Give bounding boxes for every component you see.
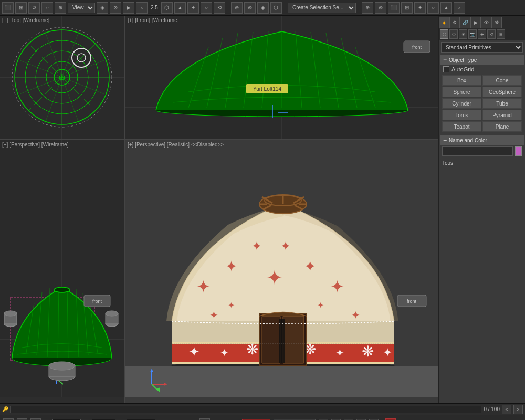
sub-tab-cameras[interactable]: 📷: [468, 29, 477, 39]
toolbar-icon-7[interactable]: ⊗: [110, 2, 121, 14]
key-icon[interactable]: 🔑: [200, 418, 210, 421]
primitives-dropdown[interactable]: Standard Primitives: [441, 42, 523, 52]
obj-btn-sphere[interactable]: Sphere: [442, 87, 481, 97]
name-color-title: Name and Color: [449, 138, 487, 143]
toolbar-icon-22[interactable]: ⊞: [401, 2, 413, 14]
svg-text:✦: ✦: [225, 258, 237, 275]
timeline-track[interactable]: [10, 406, 481, 413]
name-color-row: [440, 145, 524, 158]
svg-text:❋: ❋: [246, 341, 258, 358]
toolbar-icon-14[interactable]: ⟲: [214, 2, 225, 14]
timeline-area: 🔑 0 / 100 < >: [0, 403, 525, 415]
name-input-field[interactable]: [442, 146, 513, 156]
toolbar-icon-1[interactable]: ⬛: [2, 2, 14, 14]
svg-text:✦: ✦: [228, 301, 235, 310]
toolbar-icon-17[interactable]: ◈: [257, 2, 269, 14]
svg-rect-112: [125, 366, 438, 397]
panel-tab-display[interactable]: 👁: [481, 17, 491, 28]
name-color-header[interactable]: − Name and Color: [440, 135, 524, 145]
frame-nav-back[interactable]: <: [502, 405, 511, 414]
object-type-header[interactable]: − Object Type: [440, 55, 524, 65]
object-buttons-grid: Box Cone Sphere GeoSphere Cylinder Tube …: [440, 74, 524, 133]
viewport-top[interactable]: [+] [Top] [Wireframe]: [0, 16, 124, 139]
svg-text:front: front: [412, 45, 422, 50]
obj-btn-tube[interactable]: Tube: [482, 98, 522, 109]
toolbar-icon-13[interactable]: ○: [201, 2, 212, 14]
toolbar-icon-15[interactable]: ⊕: [231, 2, 243, 14]
selection-dropdown[interactable]: Create Selection Se...: [288, 3, 356, 13]
toolbar-icon-20[interactable]: ⊗: [375, 2, 386, 14]
panel-tab-create[interactable]: ✦: [439, 17, 449, 28]
sub-tab-helpers[interactable]: ✚: [478, 29, 486, 39]
toolbar-icon-11[interactable]: ▲: [174, 2, 186, 14]
toolbar-sep-3: [359, 3, 359, 13]
toolbar-icon-16[interactable]: ⊗: [244, 2, 256, 14]
obj-btn-cylinder[interactable]: Cylinder: [442, 98, 481, 109]
autogrid-checkbox[interactable]: [443, 66, 449, 72]
color-swatch[interactable]: [515, 146, 522, 156]
bottom-status-bar: 🔒 ⊕ ⊞ X: Y: Z: Grid = 10,0 🔑 Auto Key Au…: [0, 415, 525, 420]
toolbar-icon-6[interactable]: ◈: [97, 2, 108, 14]
toolbar-icon-9[interactable]: ⬦: [136, 2, 148, 14]
toolbar-icon-26[interactable]: ⬦: [454, 2, 465, 14]
toolbar-icon-24[interactable]: ○: [427, 2, 439, 14]
viewport-front[interactable]: [+] [Front] [Wireframe]: [125, 16, 438, 139]
toolbar-icon-19[interactable]: ⊕: [362, 2, 373, 14]
svg-text:✦: ✦: [209, 309, 218, 321]
sub-tab-lights[interactable]: ☀: [459, 29, 467, 39]
obj-btn-torus[interactable]: Torus: [442, 110, 481, 120]
svg-rect-109: [283, 316, 304, 363]
primitives-container: Standard Primitives: [439, 40, 525, 55]
toolbar-icon-10[interactable]: ⬡: [161, 2, 173, 14]
toolbar-icon-5[interactable]: ⊕: [55, 2, 66, 14]
panel-tab-hierarchy[interactable]: 🔗: [460, 17, 470, 28]
svg-point-73: [106, 311, 118, 316]
toolbar-icon-23[interactable]: ✦: [414, 2, 426, 14]
toolbar-icon-18[interactable]: ⬡: [270, 2, 282, 14]
viewport-perspective-wire[interactable]: [+] [Perspective] [Wireframe]: [0, 140, 124, 403]
main-area: [+] [Top] [Wireframe]: [0, 16, 525, 403]
obj-btn-geosphere[interactable]: GeoSphere: [482, 87, 522, 97]
key-set-icon[interactable]: 🔑: [385, 418, 396, 421]
obj-btn-pyramid[interactable]: Pyramid: [482, 110, 522, 120]
sub-tab-geometry[interactable]: ⬡: [440, 29, 448, 39]
svg-text:✦: ✦: [317, 301, 324, 310]
toolbar-icon-3[interactable]: ↺: [28, 2, 40, 14]
svg-point-67: [49, 362, 75, 370]
panel-tab-motion[interactable]: ▶: [470, 17, 481, 28]
toolbar-icon-12[interactable]: ✦: [187, 2, 199, 14]
panel-tab-modify[interactable]: ⚙: [449, 17, 460, 28]
sub-tab-shapes[interactable]: ⬠: [449, 29, 458, 39]
svg-rect-110: [279, 319, 285, 363]
panel-sub-tabs: ⬡ ⬠ ☀ 📷 ✚ ⟲ ⊞: [439, 28, 525, 40]
obj-btn-teapot[interactable]: Teapot: [442, 121, 481, 132]
toolbar-icon-2[interactable]: ⊞: [15, 2, 27, 14]
obj-btn-cone[interactable]: Cone: [482, 75, 522, 86]
zoom-value: 2.5: [149, 5, 160, 10]
obj-btn-plane[interactable]: Plane: [482, 121, 522, 132]
sub-tab-systems[interactable]: ⊞: [497, 29, 505, 39]
svg-text:✦: ✦: [330, 277, 344, 296]
toolbar-icon-8[interactable]: ▶: [123, 2, 134, 14]
viewport-realistic-canvas: ✦ ✦ ❋ ✦ ❋ ✦ ❋ ✦ ✦: [125, 140, 438, 397]
toolbar-icon-4[interactable]: ↔: [41, 2, 53, 14]
toolbar-icon-21[interactable]: ⬛: [388, 2, 400, 14]
toolbar-icon-25[interactable]: ▲: [440, 2, 452, 14]
svg-text:front: front: [92, 299, 102, 304]
panel-tab-utilities[interactable]: ⚒: [491, 17, 502, 28]
tous-container: Tous: [439, 158, 525, 168]
right-panel: ✦ ⚙ 🔗 ▶ 👁 ⚒ ⬡ ⬠ ☀ 📷 ✚ ⟲ ⊞ Standard Primi…: [438, 16, 525, 403]
grid-icon[interactable]: ⊞: [30, 418, 41, 421]
viewport-perspective-realistic[interactable]: [+] [Perspective] [Realistic] <<Disabled…: [125, 140, 438, 403]
snap-icon[interactable]: ⊕: [17, 418, 27, 421]
view-dropdown[interactable]: View: [68, 3, 95, 13]
frame-nav-fwd[interactable]: >: [513, 405, 523, 414]
timeline-icon: 🔑: [2, 406, 8, 412]
lock-icon[interactable]: 🔒: [3, 418, 14, 421]
obj-btn-box[interactable]: Box: [442, 75, 481, 86]
object-type-section: − Object Type AutoGrid Box Cone Sphere G…: [440, 55, 524, 133]
svg-text:✦: ✦: [266, 267, 283, 289]
panel-tabs: ✦ ⚙ 🔗 ▶ 👁 ⚒: [439, 16, 525, 28]
sub-tab-spacewarps[interactable]: ⟲: [487, 29, 496, 39]
bottom-sep-3: [382, 418, 382, 421]
